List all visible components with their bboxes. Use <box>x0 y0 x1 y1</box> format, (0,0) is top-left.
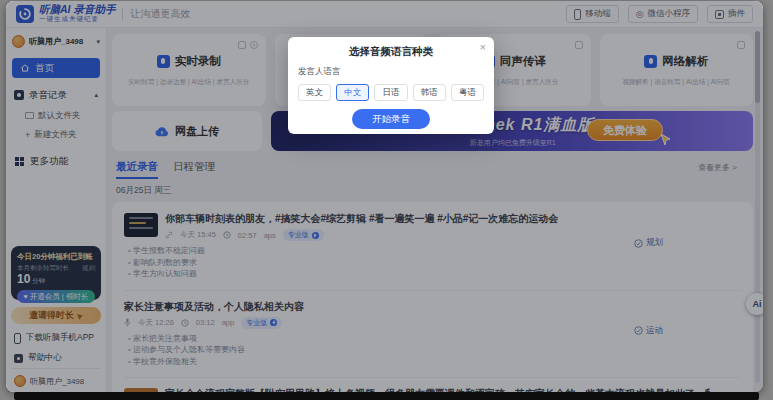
language-option-korean[interactable]: 韩语 <box>413 84 446 101</box>
language-options: 英文 中文 日语 韩语 粤语 <box>298 84 484 101</box>
close-icon[interactable]: × <box>480 41 486 53</box>
speaker-language-label: 发言人语言 <box>298 66 484 78</box>
language-option-english[interactable]: 英文 <box>298 84 331 101</box>
language-option-chinese[interactable]: 中文 <box>336 84 369 101</box>
modal-title: 选择音频语言种类 <box>298 45 484 59</box>
language-select-modal: 选择音频语言种类 × 发言人语言 英文 中文 日语 韩语 粤语 开始录音 <box>288 37 494 134</box>
start-recording-button[interactable]: 开始录音 <box>352 109 430 129</box>
language-option-japanese[interactable]: 日语 <box>374 84 407 101</box>
language-option-cantonese[interactable]: 粤语 <box>451 84 484 101</box>
screen-bottom-bar <box>14 392 759 400</box>
app-window: 听脑AI 录音助手 一键生成关键纪要 让沟通更高效 移动端 ◎ 微信小程序 插件… <box>6 1 763 392</box>
